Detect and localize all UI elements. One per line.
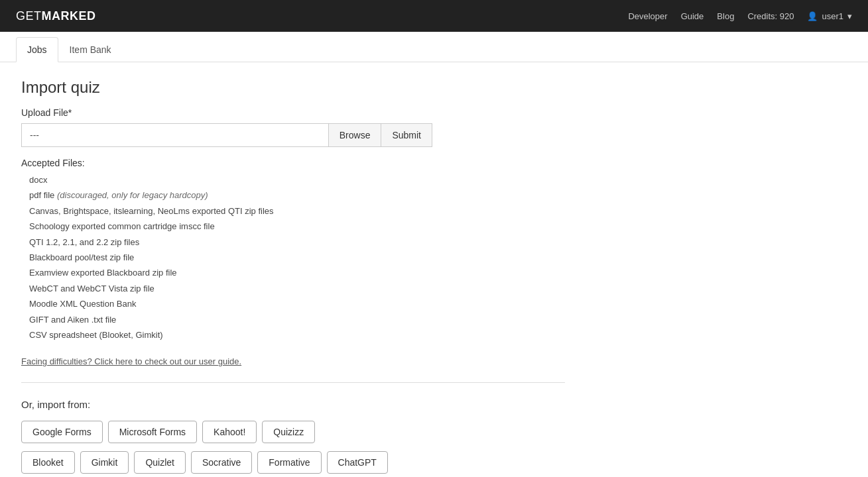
- help-link[interactable]: Facing difficulties? Click here to check…: [21, 356, 241, 366]
- accepted-files-list: docx pdf file (discouraged, only for leg…: [29, 172, 615, 343]
- import-buttons-row-1: Google Forms Microsoft Forms Kahoot! Qui…: [21, 421, 615, 443]
- list-item: Examview exported Blackboard zip file: [29, 265, 615, 280]
- list-item: Canvas, Brightspace, itslearning, NeoLms…: [29, 203, 615, 219]
- pdf-note: (discouraged, only for legacy hardcopy): [57, 190, 208, 200]
- tabs: Jobs Item Bank: [16, 37, 852, 62]
- import-kahoot-button[interactable]: Kahoot!: [202, 421, 257, 443]
- brand-get: GET: [16, 9, 42, 23]
- import-google-forms-button[interactable]: Google Forms: [21, 421, 103, 443]
- import-buttons-row-2: Blooket Gimkit Quizlet Socrative Formati…: [21, 451, 615, 474]
- list-item: GIFT and Aiken .txt file: [29, 312, 615, 327]
- list-item: Moodle XML Question Bank: [29, 296, 615, 311]
- list-item: QTI 1.2, 2.1, and 2.2 zip files: [29, 235, 615, 250]
- navbar-nav: Developer Guide Blog Credits: 920 👤 user…: [628, 11, 852, 21]
- brand-logo[interactable]: GETMARKED: [16, 9, 96, 23]
- import-formative-button[interactable]: Formative: [257, 451, 321, 474]
- import-microsoft-forms-button[interactable]: Microsoft Forms: [108, 421, 197, 443]
- dropdown-arrow-icon: ▾: [847, 11, 852, 21]
- developer-link[interactable]: Developer: [628, 11, 667, 21]
- import-blooket-button[interactable]: Blooket: [21, 451, 75, 474]
- username-label: user1: [822, 11, 843, 21]
- import-socrative-button[interactable]: Socrative: [191, 451, 252, 474]
- brand-marked: MARKED: [42, 9, 96, 23]
- tab-item-bank[interactable]: Item Bank: [58, 37, 123, 62]
- list-item: Schoology exported common cartridge imsc…: [29, 219, 615, 234]
- accepted-files-title: Accepted Files:: [21, 158, 615, 168]
- page-title: Import quiz: [21, 78, 615, 97]
- submit-button[interactable]: Submit: [381, 123, 432, 147]
- import-gimkit-button[interactable]: Gimkit: [80, 451, 129, 474]
- browse-button[interactable]: Browse: [328, 123, 381, 147]
- import-quizlet-button[interactable]: Quizlet: [134, 451, 186, 474]
- import-chatgpt-button[interactable]: ChatGPT: [327, 451, 388, 474]
- credits-link[interactable]: Credits: 920: [747, 11, 794, 21]
- user-menu[interactable]: 👤 user1 ▾: [807, 11, 852, 21]
- tabs-container: Jobs Item Bank: [0, 37, 868, 62]
- import-quizizz-button[interactable]: Quizizz: [262, 421, 315, 443]
- guide-link[interactable]: Guide: [681, 11, 704, 21]
- import-from-title: Or, import from:: [21, 399, 615, 410]
- main-content: Import quiz Upload File* --- Browse Subm…: [0, 62, 637, 477]
- divider: [21, 382, 565, 383]
- list-item: Blackboard pool/test zip file: [29, 250, 615, 265]
- upload-label: Upload File*: [21, 107, 615, 118]
- list-item: CSV spreadsheet (Blooket, Gimkit): [29, 327, 615, 343]
- navbar: GETMARKED Developer Guide Blog Credits: …: [0, 0, 868, 32]
- list-item: docx: [29, 172, 615, 187]
- blog-link[interactable]: Blog: [717, 11, 734, 21]
- tab-jobs[interactable]: Jobs: [16, 37, 58, 62]
- file-input-display: ---: [21, 123, 328, 147]
- list-item: WebCT and WebCT Vista zip file: [29, 281, 615, 296]
- upload-row: --- Browse Submit: [21, 123, 432, 147]
- list-item: pdf file (discouraged, only for legacy h…: [29, 187, 615, 203]
- user-icon: 👤: [807, 11, 818, 21]
